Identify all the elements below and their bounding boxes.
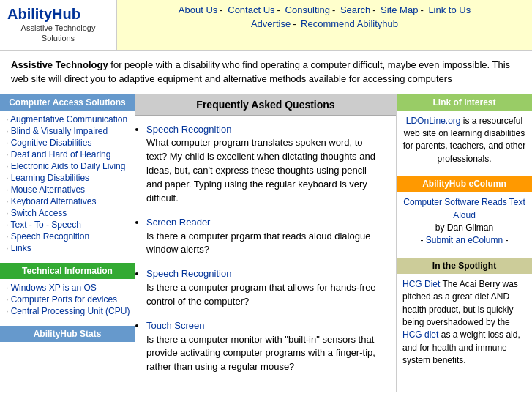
faq-desc: Is there a computer prgarm that reads al…	[146, 231, 370, 256]
list-item: Keyboard Alternatives	[0, 195, 135, 207]
computer-access-links: Augmentative Communication Blind & Visua…	[0, 111, 135, 257]
spotlight-header: In the Spotlight	[397, 258, 532, 274]
list-item: Computer Ports for devices	[0, 294, 135, 305]
faq-desc: Is there a computer program that allows …	[146, 282, 376, 307]
intro-bold: Assistive Technology	[11, 59, 108, 70]
sidebar-link-cpu[interactable]: Central Processing Unit (CPU)	[11, 306, 130, 316]
ldonline-link[interactable]: LDOnLine.org	[406, 116, 461, 126]
submit-ecolumn-link[interactable]: Submit an eColumn	[426, 235, 503, 245]
nav-sep: -	[220, 4, 222, 15]
list-item: Deaf and Hard of Hearing	[0, 149, 135, 160]
logo-title: AbilityHub	[7, 6, 109, 23]
sidebar-link-eadl[interactable]: Electronic Aids to Daily Living	[11, 161, 126, 171]
main-layout: Computer Access Solutions Augmentative C…	[0, 94, 532, 392]
list-item: Mouse Alternatives	[0, 184, 135, 195]
technical-header: Technical Information	[0, 263, 135, 279]
sidebar-link-cognitive[interactable]: Cognitive Disabilities	[11, 138, 92, 148]
ecolumn-box: Computer Software Reads Text Aloud by Da…	[397, 192, 532, 252]
link-of-interest-header: Link of Interest	[397, 94, 532, 111]
list-item: Augmentative Communication	[0, 113, 135, 125]
nav-sep: -	[277, 4, 280, 15]
nav-contact-us[interactable]: Contact Us	[228, 4, 274, 15]
faq-item: Touch Screen Is there a computer monitor…	[146, 319, 385, 374]
intro-section: Assistive Technology for people with a d…	[0, 51, 532, 94]
nav-recommend[interactable]: Recommend Abilityhub	[301, 18, 398, 29]
faq-link-speech-recognition-2[interactable]: Speech Recognition	[146, 268, 231, 279]
left-sidebar: Computer Access Solutions Augmentative C…	[0, 94, 135, 392]
list-item: Central Processing Unit (CPU)	[0, 305, 135, 317]
nav-site-map[interactable]: Site Map	[381, 4, 418, 15]
nav-sep: -	[332, 4, 335, 15]
hcg-diet-link-1[interactable]: HCG Diet	[402, 279, 440, 289]
list-item: Learning Disabilities	[0, 172, 135, 184]
list-item: Switch Access	[0, 207, 135, 219]
nav-area: About Us- Contact Us- Consulting- Search…	[117, 0, 532, 50]
list-item: Cognitive Disabilities	[0, 137, 135, 149]
sidebar-link-ports[interactable]: Computer Ports for devices	[11, 294, 117, 305]
sidebar-link-links[interactable]: Links	[11, 243, 31, 253]
logo-subtitle: Assistive Technology Solutions	[7, 23, 109, 44]
nav-sep: -	[372, 4, 375, 15]
top-header: AbilityHub Assistive Technology Solution…	[0, 0, 532, 51]
nav-sep: -	[293, 18, 296, 29]
ecolumn-article-link[interactable]: Computer Software Reads Text Aloud	[403, 197, 525, 220]
sidebar-link-winxp[interactable]: Windows XP is an OS	[11, 283, 97, 293]
faq-desc: What computer program translates spoken …	[146, 137, 375, 203]
list-item: Windows XP is an OS	[0, 282, 135, 294]
sidebar-link-keyboard[interactable]: Keyboard Alternatives	[11, 196, 97, 206]
center-content: Frequently Asked Questions Speech Recogn…	[135, 94, 397, 392]
faq-desc: Is there a computer monitor with "built-…	[146, 334, 375, 373]
faq-item: Speech Recognition Is there a computer p…	[146, 267, 385, 309]
logo-area: AbilityHub Assistive Technology Solution…	[0, 0, 117, 50]
faq-link-speech-recognition-1[interactable]: Speech Recognition	[146, 124, 231, 135]
ecolumn-byline: by Dan Gilman	[435, 223, 493, 233]
nav-sep: -	[420, 4, 423, 15]
stats-header: AbilityHub Stats	[0, 326, 135, 342]
ecolumn-sep2: -	[503, 235, 508, 245]
nav-top: About Us- Contact Us- Consulting- Search…	[132, 4, 517, 15]
list-item: Electronic Aids to Daily Living	[0, 160, 135, 172]
right-sidebar: Link of Interest LDOnLine.org is a resou…	[397, 94, 532, 392]
sidebar-link-speech[interactable]: Speech Recognition	[11, 231, 89, 242]
sidebar-link-blind[interactable]: Blind & Visually Impaired	[11, 126, 108, 136]
faq-link-screen-reader[interactable]: Screen Reader	[146, 217, 210, 228]
link-of-interest-box: LDOnLine.org is a resourceful web site o…	[397, 111, 532, 171]
ecolumn-sep: -	[420, 235, 425, 245]
hcg-diet-link-2[interactable]: HCG diet	[402, 329, 438, 340]
sidebar-link-deaf[interactable]: Deaf and Hard of Hearing	[11, 149, 111, 160]
faq-link-touch-screen[interactable]: Touch Screen	[146, 320, 205, 331]
list-item: Blind & Visually Impaired	[0, 125, 135, 137]
spotlight-box: HCG Diet The Acai Berry was pitched as a…	[397, 274, 532, 372]
faq-header: Frequently Asked Questions	[135, 94, 396, 116]
sidebar-link-augmentative[interactable]: Augmentative Communication	[10, 114, 127, 124]
technical-links: Windows XP is an OS Computer Ports for d…	[0, 279, 135, 320]
nav-about-us[interactable]: About Us	[179, 4, 217, 15]
nav-advertise[interactable]: Advertise	[251, 18, 291, 29]
faq-list: Speech Recognition What computer program…	[135, 116, 396, 392]
ecolumn-header: AbilityHub eColumn	[397, 176, 532, 192]
computer-access-header: Computer Access Solutions	[0, 94, 135, 111]
nav-consulting[interactable]: Consulting	[285, 4, 330, 15]
nav-bottom: Advertise- Recommend Abilityhub	[132, 18, 517, 29]
sidebar-link-learning[interactable]: Learning Disabilities	[11, 173, 89, 183]
sidebar-link-mouse[interactable]: Mouse Alternatives	[11, 184, 85, 195]
faq-item: Screen Reader Is there a computer prgarm…	[146, 216, 385, 258]
nav-link-to-us[interactable]: Link to Us	[428, 4, 471, 15]
list-item: Text - To - Speech	[0, 219, 135, 231]
sidebar-link-tts[interactable]: Text - To - Speech	[10, 220, 81, 230]
list-item: Speech Recognition	[0, 231, 135, 242]
nav-search[interactable]: Search	[340, 4, 370, 15]
faq-item: Speech Recognition What computer program…	[146, 123, 385, 206]
sidebar-link-switch[interactable]: Switch Access	[11, 208, 67, 218]
list-item: Links	[0, 242, 135, 254]
